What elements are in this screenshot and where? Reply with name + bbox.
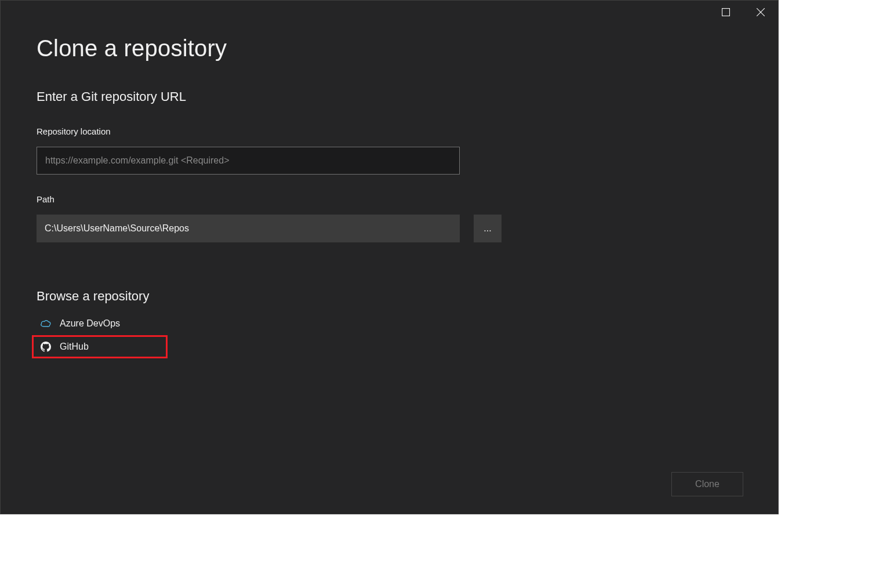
footer: Clone bbox=[671, 472, 743, 496]
browse-path-button[interactable]: ... bbox=[474, 215, 502, 242]
close-icon bbox=[757, 8, 765, 16]
path-label: Path bbox=[37, 194, 743, 204]
path-row: ... bbox=[37, 215, 743, 242]
close-button[interactable] bbox=[743, 1, 778, 24]
svg-rect-0 bbox=[722, 9, 730, 16]
path-input[interactable] bbox=[37, 215, 460, 242]
browse-item-azure-devops[interactable]: Azure DevOps bbox=[37, 312, 170, 335]
enter-url-subtitle: Enter a Git repository URL bbox=[37, 89, 743, 104]
maximize-icon bbox=[722, 8, 730, 16]
browse-repository-list: Azure DevOps GitHub bbox=[37, 312, 170, 358]
window-titlebar bbox=[708, 1, 778, 24]
clone-repository-window: Clone a repository Enter a Git repositor… bbox=[0, 0, 779, 514]
repo-location-label: Repository location bbox=[37, 126, 743, 136]
clone-button[interactable]: Clone bbox=[671, 472, 743, 496]
cloud-icon bbox=[40, 318, 52, 329]
page-title: Clone a repository bbox=[37, 35, 743, 61]
github-icon bbox=[40, 341, 52, 353]
maximize-button[interactable] bbox=[708, 1, 743, 24]
browse-item-label: GitHub bbox=[60, 342, 89, 352]
browse-item-label: Azure DevOps bbox=[60, 318, 120, 329]
browse-item-github[interactable]: GitHub bbox=[32, 335, 168, 358]
repo-location-input[interactable] bbox=[37, 147, 460, 175]
browse-repository-title: Browse a repository bbox=[37, 289, 743, 304]
content-area: Clone a repository Enter a Git repositor… bbox=[1, 1, 778, 358]
